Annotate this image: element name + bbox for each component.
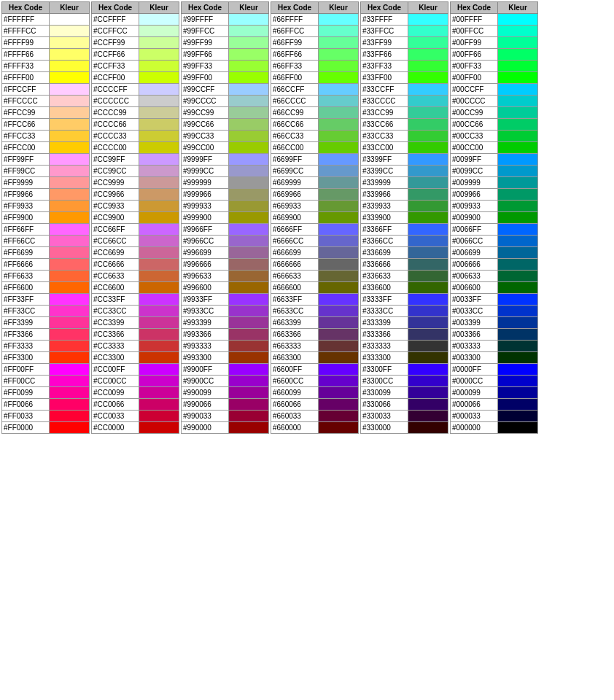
color-swatch	[498, 399, 538, 411]
hex-code-cell: #9999CC	[182, 166, 229, 177]
color-swatch	[498, 247, 538, 259]
color-swatch	[229, 387, 269, 399]
color-swatch	[229, 317, 269, 329]
color-swatch	[139, 166, 179, 177]
table-row: #CC33FF	[92, 294, 179, 306]
color-swatch	[229, 142, 269, 154]
color-swatch	[498, 61, 538, 72]
hex-code-cell: #FFCCCC	[2, 96, 50, 107]
color-swatch	[229, 224, 269, 236]
color-swatch	[408, 201, 448, 212]
color-swatch	[408, 107, 448, 119]
hex-code-cell: #339966	[361, 189, 408, 201]
hex-code-cell: #66FF66	[271, 49, 319, 61]
color-swatch	[319, 387, 359, 399]
table-row: #3366FF	[361, 224, 448, 236]
table-row: #33CC00	[361, 142, 448, 154]
hex-code-cell: #999966	[182, 189, 229, 201]
table-row: #0033CC	[451, 306, 538, 317]
table-row: #FF33CC	[2, 306, 90, 317]
table-row: #99CC33	[182, 131, 269, 142]
hex-code-header: Hex Code	[451, 2, 498, 14]
hex-code-cell: #66CC00	[271, 142, 319, 154]
table-row: #FF00FF	[2, 364, 90, 376]
table-row: #6699CC	[271, 166, 359, 177]
table-row: #00FF99	[451, 37, 538, 49]
color-swatch	[498, 271, 538, 282]
hex-code-cell: #33FF00	[361, 72, 408, 84]
color-swatch	[139, 154, 179, 166]
color-swatch	[408, 177, 448, 189]
kleur-header: Kleur	[319, 2, 359, 14]
color-column-0: Hex CodeKleur#FFFFFF#FFFFCC#FFFF99#FFFF6…	[1, 1, 90, 434]
table-row: #66FFFF	[271, 14, 359, 26]
table-row: #990000	[182, 422, 269, 434]
table-row: #FF6600	[2, 282, 90, 294]
hex-code-cell: #99FF33	[182, 61, 229, 72]
hex-code-cell: #003399	[451, 317, 498, 329]
hex-code-cell: #CCFF00	[92, 72, 139, 84]
color-swatch	[139, 294, 179, 306]
hex-code-cell: #33CCFF	[361, 84, 408, 96]
table-row: #00FF66	[451, 49, 538, 61]
color-swatch	[408, 329, 448, 341]
hex-code-cell: #CC00CC	[92, 376, 139, 387]
table-row: #663333	[271, 341, 359, 352]
color-swatch	[229, 247, 269, 259]
color-swatch	[139, 107, 179, 119]
table-row: #669966	[271, 189, 359, 201]
hex-code-cell: #FF3333	[2, 341, 50, 352]
color-swatch	[50, 247, 90, 259]
hex-code-cell: #99FF99	[182, 37, 229, 49]
table-row: #66CC66	[271, 119, 359, 131]
hex-code-cell: #FF66CC	[2, 236, 50, 247]
hex-code-cell: #0099FF	[451, 154, 498, 166]
color-swatch	[50, 317, 90, 329]
hex-code-cell: #FF6600	[2, 282, 50, 294]
hex-code-cell: #66FF33	[271, 61, 319, 72]
table-row: #660033	[271, 411, 359, 422]
color-swatch	[139, 364, 179, 376]
hex-code-cell: #CC0066	[92, 399, 139, 411]
color-swatch	[408, 364, 448, 376]
table-row: #339933	[361, 201, 448, 212]
color-swatch	[319, 247, 359, 259]
hex-code-cell: #00CCFF	[451, 84, 498, 96]
hex-code-cell: #993300	[182, 352, 229, 364]
hex-code-cell: #CC33CC	[92, 306, 139, 317]
table-row: #CCCC99	[92, 107, 179, 119]
color-swatch	[319, 201, 359, 212]
hex-code-cell: #0000CC	[451, 376, 498, 387]
color-swatch	[319, 26, 359, 37]
hex-code-cell: #FF0033	[2, 411, 50, 422]
hex-code-cell: #6666FF	[271, 224, 319, 236]
color-swatch	[139, 224, 179, 236]
hex-code-cell: #66CCFF	[271, 84, 319, 96]
table-row: #666633	[271, 271, 359, 282]
hex-code-cell: #003366	[451, 329, 498, 341]
hex-code-cell: #CC33FF	[92, 294, 139, 306]
color-swatch	[50, 37, 90, 49]
color-swatch	[50, 411, 90, 422]
hex-code-cell: #CC66CC	[92, 236, 139, 247]
color-swatch	[319, 154, 359, 166]
hex-code-cell: #660066	[271, 399, 319, 411]
hex-code-cell: #3366FF	[361, 224, 408, 236]
table-row: #993333	[182, 341, 269, 352]
hex-code-cell: #9900FF	[182, 364, 229, 376]
color-swatch	[139, 236, 179, 247]
hex-code-cell: #CCFF66	[92, 49, 139, 61]
color-column-4: Hex CodeKleur#33FFFF#33FFCC#33FF99#33FF6…	[360, 1, 448, 434]
color-swatch	[408, 72, 448, 84]
color-swatch	[498, 329, 538, 341]
table-row: #663300	[271, 352, 359, 364]
color-swatch	[50, 399, 90, 411]
hex-code-cell: #9933FF	[182, 294, 229, 306]
color-swatch	[139, 247, 179, 259]
hex-code-cell: #333366	[361, 329, 408, 341]
hex-code-cell: #33CC33	[361, 131, 408, 142]
hex-code-cell: #CC0033	[92, 411, 139, 422]
table-row: #CC6600	[92, 282, 179, 294]
hex-code-cell: #6666CC	[271, 236, 319, 247]
color-swatch	[498, 422, 538, 434]
